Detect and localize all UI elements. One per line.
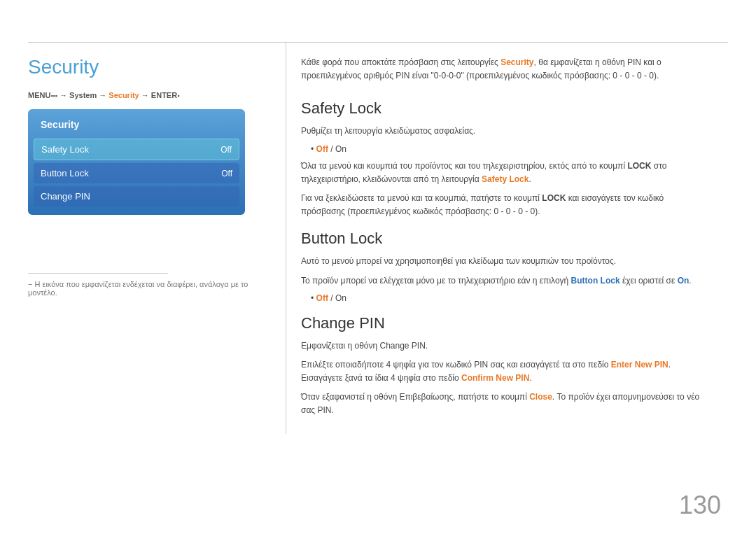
- section-change-pin: Change PIN Εμφανίζεται η οθόνη Change PI…: [301, 314, 728, 418]
- right-panel: Κάθε φορά που αποκτάτε πρόσβαση στις λει…: [301, 56, 728, 429]
- menu-item-change-pin[interactable]: Change PIN: [34, 186, 239, 206]
- button-lock-section-title: Button Lock: [301, 230, 728, 248]
- change-pin-desc1: Εμφανίζεται η οθόνη Change PIN.: [301, 339, 707, 353]
- intro-text: Κάθε φορά που αποκτάτε πρόσβαση στις λει…: [301, 56, 707, 83]
- change-pin-desc3: Όταν εξαφανιστεί η οθόνη Επιβεβαίωσης, π…: [301, 391, 707, 417]
- button-lock-value: Off: [221, 169, 232, 178]
- section-button-lock: Button Lock Αυτό το μενού μπορεί να χρησ…: [301, 230, 728, 302]
- security-menu-box: Security Safety Lock Off Button Lock Off…: [28, 109, 245, 215]
- safety-lock-desc3: Για να ξεκλειδώσετε τα μενού και τα κουμ…: [301, 192, 707, 218]
- button-lock-label: Button Lock: [41, 168, 89, 178]
- button-lock-desc1: Αυτό το μενού μπορεί να χρησιμοποιηθεί γ…: [301, 255, 707, 268]
- button-lock-bullet: Off / On: [311, 293, 728, 303]
- safety-lock-desc1: Ρυθμίζει τη λειτουργία κλειδώματος ασφαλ…: [301, 125, 707, 138]
- section-safety-lock: Safety Lock Ρυθμίζει τη λειτουργία κλειδ…: [301, 99, 728, 218]
- safety-lock-bullet: Off / On: [311, 144, 728, 154]
- safety-lock-section-title: Safety Lock: [301, 99, 728, 118]
- top-divider: [28, 42, 728, 43]
- menu-item-button-lock[interactable]: Button Lock Off: [34, 163, 239, 183]
- change-pin-section-title: Change PIN: [301, 314, 728, 332]
- page-number: 130: [679, 491, 721, 520]
- left-panel: Security MENU▪▪▪ → System → Security → E…: [28, 56, 273, 215]
- change-pin-label: Change PIN: [41, 191, 90, 202]
- menu-item-safety-lock[interactable]: Safety Lock Off: [34, 139, 239, 160]
- left-bottom-divider: [28, 273, 168, 274]
- security-box-title: Security: [34, 115, 239, 134]
- vertical-divider: [286, 42, 286, 434]
- footnote: − Η εικόνα που εμφανίζεται ενδέχεται να …: [28, 280, 259, 297]
- safety-lock-label: Safety Lock: [41, 144, 89, 155]
- button-lock-desc2: Το προϊόν μπορεί να ελέγχεται μόνο με το…: [301, 274, 707, 288]
- change-pin-desc2: Επιλέξτε οποιαδήποτε 4 ψηφία για τον κωδ…: [301, 358, 707, 385]
- menu-path: MENU▪▪▪ → System → Security → ENTER▪: [28, 91, 273, 99]
- safety-lock-desc2: Όλα τα μενού και κουμπιά του προϊόντος κ…: [301, 160, 707, 186]
- safety-lock-value: Off: [220, 145, 232, 155]
- page-title: Security: [28, 56, 273, 78]
